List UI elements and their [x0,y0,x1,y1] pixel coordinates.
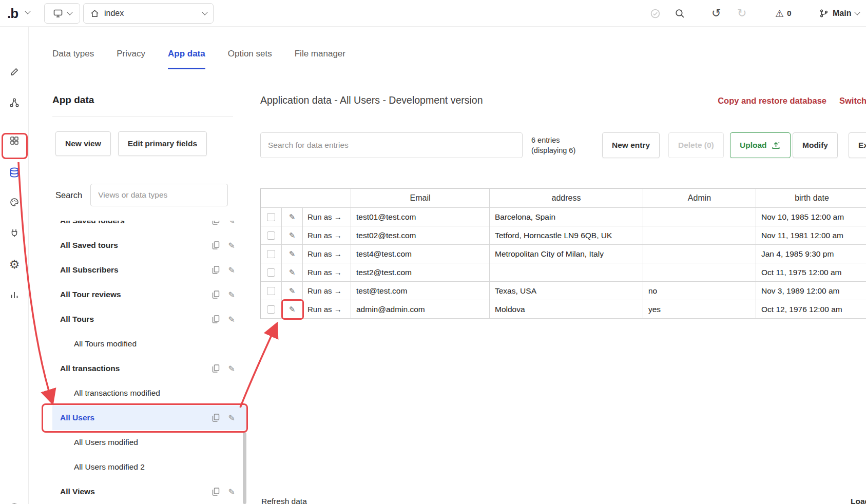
tab-app-data[interactable]: App data [168,49,205,69]
row-edit-button[interactable]: ✎ [282,282,303,300]
copy-icon[interactable] [212,241,220,249]
row-edit-button[interactable]: ✎ [282,263,303,282]
edit-primary-fields-button[interactable]: Edit primary fields [118,131,207,156]
cell-email[interactable]: test02@test.com [351,226,490,245]
refresh-data-link[interactable]: Refresh data [261,497,307,504]
copy-icon[interactable] [212,414,220,422]
modify-button[interactable]: Modify [793,132,838,158]
copy-icon[interactable] [212,221,220,225]
row-edit-button[interactable]: ✎ [282,226,303,245]
switch-link[interactable]: Switch [839,96,866,106]
header-address[interactable]: address [490,189,643,208]
edit-icon[interactable]: ✎ [228,221,235,226]
cell-admin[interactable] [643,208,756,226]
copy-icon[interactable] [212,266,220,274]
scrollbar-thumb[interactable] [243,432,246,504]
redo-button[interactable]: ↻ [737,0,746,27]
row-edit-button[interactable]: ✎ [282,208,303,226]
cell-email[interactable]: test01@test.com [351,208,490,226]
run-as-button[interactable]: Run as → [303,245,351,263]
cell-address[interactable]: Tetford, Horncastle LN9 6QB, UK [490,226,643,245]
view-item-all-transactions-modified[interactable]: All transactions modified [52,381,246,405]
row-checkbox[interactable] [267,213,275,221]
datatype-item-all-saved-tours[interactable]: All Saved tours ✎ [52,233,246,258]
rail-workflow-button[interactable] [0,88,29,117]
tab-privacy[interactable]: Privacy [117,49,145,69]
datatype-item-all-tour-reviews[interactable]: All Tour reviews ✎ [52,282,246,307]
copy-icon[interactable] [212,290,220,299]
datatype-item-all-tours[interactable]: All Tours ✎ [52,307,246,332]
header-admin[interactable]: Admin [643,189,756,208]
cell-birth-date[interactable]: Nov 10, 1985 12:00 am [756,208,866,226]
cell-address[interactable]: Barcelona, Spain [490,208,643,226]
rail-styles-button[interactable] [0,188,29,217]
run-as-button[interactable]: Run as → [303,208,351,226]
datatype-item-all-subscribers[interactable]: All Subscribers ✎ [52,258,246,282]
load-link[interactable]: Load [851,497,866,504]
delete-button[interactable]: Delete (0) [668,132,724,158]
cell-email[interactable]: admin@admin.com [351,300,490,319]
cell-admin[interactable] [643,263,756,282]
cell-birth-date[interactable]: Jan 4, 1985 9:30 pm [756,245,866,263]
cell-admin[interactable] [643,245,756,263]
issues-indicator[interactable]: ⚠ 0 [775,0,792,27]
export-button[interactable]: Export [849,132,866,158]
undo-button[interactable]: ↺ [711,0,721,27]
page-selector[interactable]: index [83,3,214,24]
device-selector[interactable] [44,3,80,24]
datatype-item-all-users[interactable]: All Users ✎ [52,405,246,430]
row-edit-button-highlighted[interactable]: ✎ [282,300,303,319]
cell-admin[interactable]: yes [643,300,756,319]
cell-admin[interactable] [643,226,756,245]
edit-icon[interactable]: ✎ [228,364,235,374]
cell-birth-date[interactable]: Oct 12, 1976 12:00 am [756,300,866,319]
edit-icon[interactable]: ✎ [228,413,235,423]
cell-address[interactable] [490,263,643,282]
deploy-check-button[interactable] [650,0,661,27]
copy-icon[interactable] [212,315,220,323]
cell-email[interactable]: test@test.com [351,282,490,300]
edit-icon[interactable]: ✎ [228,487,235,497]
tab-option-sets[interactable]: Option sets [228,49,272,69]
logo-chevron-down-icon[interactable] [25,8,30,14]
rail-components-button[interactable] [0,126,29,155]
cell-birth-date[interactable]: Nov 11, 1981 12:00 am [756,226,866,245]
row-checkbox[interactable] [267,250,275,258]
tab-data-types[interactable]: Data types [52,49,94,69]
view-item-all-users-modified[interactable]: All Users modified [52,430,246,455]
header-email[interactable]: Email [351,189,490,208]
edit-icon[interactable]: ✎ [228,315,235,324]
tab-file-manager[interactable]: File manager [295,49,345,69]
new-view-button[interactable]: New view [55,131,111,156]
cell-address[interactable]: Metropolitan City of Milan, Italy [490,245,643,263]
cell-address[interactable]: Texas, USA [490,282,643,300]
datatype-item-all-views[interactable]: All Views ✎ [52,479,246,504]
data-entries-search-input[interactable] [260,132,523,158]
cell-email[interactable]: test2@test.com [351,263,490,282]
datatype-item-all-saved-folders[interactable]: All Saved folders ✎ [52,221,246,233]
datatype-search-input[interactable] [90,184,228,206]
header-birth-date[interactable]: birth date [756,189,866,208]
branch-selector[interactable]: Main [819,0,859,27]
row-checkbox[interactable] [267,231,275,240]
row-checkbox[interactable] [267,287,275,295]
run-as-button[interactable]: Run as → [303,263,351,282]
run-as-button[interactable]: Run as → [303,300,351,319]
bubble-logo[interactable]: .b [7,0,18,27]
edit-icon[interactable]: ✎ [228,265,235,275]
edit-icon[interactable]: ✎ [228,241,235,250]
rail-design-button[interactable] [0,57,29,86]
cell-admin[interactable]: no [643,282,756,300]
datatype-item-all-transactions[interactable]: All transactions ✎ [52,356,246,381]
row-edit-button[interactable]: ✎ [282,245,303,263]
copy-icon[interactable] [212,364,220,373]
cell-email[interactable]: test4@test.com [351,245,490,263]
search-button[interactable] [675,0,685,27]
edit-icon[interactable]: ✎ [228,290,235,300]
run-as-button[interactable]: Run as → [303,282,351,300]
new-entry-button[interactable]: New entry [602,132,660,158]
rail-logs-button[interactable] [0,281,29,309]
copy-icon[interactable] [212,488,220,496]
view-item-all-tours-modified[interactable]: All Tours modified [52,332,246,356]
rail-help-button[interactable]: ? [0,495,29,504]
